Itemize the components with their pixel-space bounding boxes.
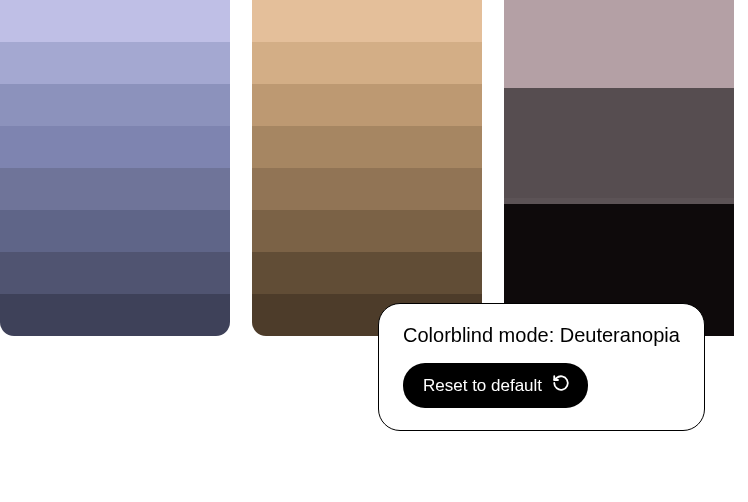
swatch[interactable] (252, 210, 482, 252)
button-label: Reset to default (423, 376, 542, 396)
swatch[interactable] (252, 252, 482, 294)
palette-3 (504, 0, 734, 336)
swatch[interactable] (252, 0, 482, 42)
swatch[interactable] (504, 88, 734, 198)
swatch[interactable] (0, 126, 230, 168)
swatch[interactable] (252, 168, 482, 210)
swatch[interactable] (0, 42, 230, 84)
swatch[interactable] (0, 252, 230, 294)
colorblind-popup: Colorblind mode: Deuteranopia Reset to d… (378, 303, 705, 431)
reset-icon (552, 374, 570, 397)
swatch[interactable] (0, 294, 230, 336)
swatch[interactable] (0, 168, 230, 210)
swatch[interactable] (252, 42, 482, 84)
reset-to-default-button[interactable]: Reset to default (403, 363, 588, 408)
swatch[interactable] (0, 210, 230, 252)
swatch[interactable] (0, 84, 230, 126)
palette-1 (0, 0, 230, 336)
palette-2 (252, 0, 482, 336)
swatch[interactable] (252, 126, 482, 168)
palette-container (0, 0, 748, 336)
swatch[interactable] (504, 0, 734, 88)
swatch[interactable] (0, 0, 230, 42)
swatch[interactable] (252, 84, 482, 126)
popup-title: Colorblind mode: Deuteranopia (403, 324, 680, 347)
